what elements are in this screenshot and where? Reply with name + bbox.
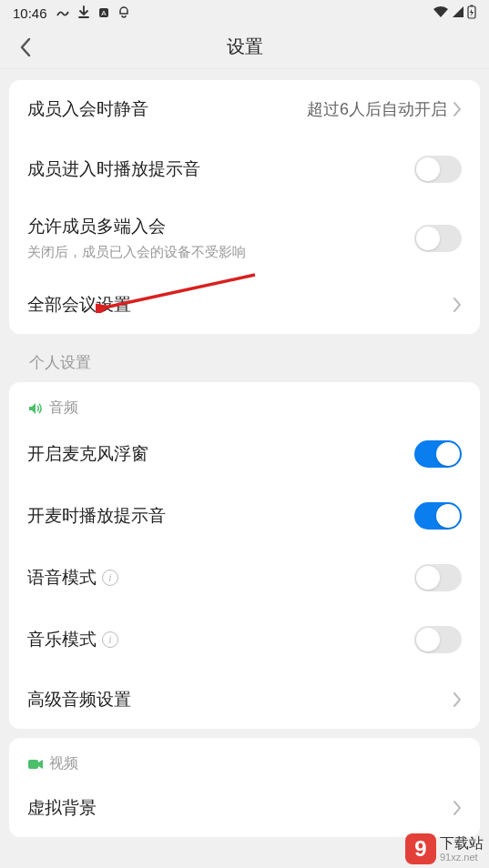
play-sound-label: 成员进入时播放提示音: [27, 157, 200, 181]
info-icon[interactable]: i: [102, 570, 118, 586]
wave-icon: [56, 5, 69, 21]
mic-sound-row: 开麦时播放提示音: [9, 485, 480, 547]
watermark: 9 下载站 91xz.net: [405, 833, 484, 864]
voice-mode-row: 语音模式 i: [9, 547, 480, 609]
svg-rect-4: [28, 760, 38, 769]
wifi-icon: [433, 5, 449, 21]
audio-card: 音频 开启麦克风浮窗 开麦时播放提示音 语音模式 i 音乐模式 i 高级音频设: [9, 382, 480, 729]
audio-header-label: 音频: [49, 399, 78, 418]
watermark-badge: 9: [405, 833, 436, 864]
status-left: 10:46 A: [13, 5, 129, 21]
advanced-audio-label: 高级音频设置: [27, 688, 131, 712]
mute-on-join-value: 超过6人后自动开启: [307, 98, 447, 120]
video-section-header: 视频: [9, 738, 480, 779]
notify-icon: [118, 5, 129, 21]
personal-settings-header: 个人设置: [9, 343, 480, 382]
all-meeting-settings-row[interactable]: 全部会议设置: [9, 276, 480, 334]
video-header-label: 视频: [49, 754, 78, 773]
content-area: 成员入会时静音 超过6人后自动开启 成员进入时播放提示音 允许成员多端入会 关闭…: [0, 69, 489, 837]
mic-sound-toggle[interactable]: [414, 502, 462, 530]
video-card: 视频 虚拟背景: [9, 738, 480, 837]
voice-mode-toggle[interactable]: [414, 564, 462, 591]
mute-on-join-row[interactable]: 成员入会时静音 超过6人后自动开启: [9, 80, 480, 138]
multi-device-toggle[interactable]: [414, 225, 462, 252]
mic-float-label: 开启麦克风浮窗: [27, 442, 148, 466]
watermark-url: 91xz.net: [440, 852, 484, 863]
nav-title: 设置: [227, 35, 263, 59]
status-bar: 10:46 A: [0, 0, 489, 25]
battery-icon: [467, 5, 476, 22]
music-mode-toggle[interactable]: [414, 626, 462, 653]
svg-text:A: A: [101, 9, 107, 17]
back-button[interactable]: [15, 36, 36, 58]
download-icon: [78, 5, 89, 21]
all-meeting-settings-label: 全部会议设置: [27, 293, 131, 317]
audio-section-header: 音频: [9, 382, 480, 423]
meeting-card: 成员入会时静音 超过6人后自动开启 成员进入时播放提示音 允许成员多端入会 关闭…: [9, 80, 480, 334]
chevron-right-icon: [453, 800, 462, 816]
chevron-right-icon: [453, 691, 462, 708]
chevron-right-icon: [453, 101, 462, 117]
speaker-icon: [27, 400, 44, 417]
video-icon: [27, 756, 44, 772]
app-icon: A: [98, 5, 109, 21]
nav-header: 设置: [0, 25, 489, 69]
advanced-audio-row[interactable]: 高级音频设置: [9, 671, 480, 729]
play-sound-toggle[interactable]: [414, 156, 462, 183]
multi-device-row: 允许成员多端入会 关闭后，成员已入会的设备不受影响: [9, 200, 480, 276]
status-right: [433, 5, 476, 22]
mic-sound-label: 开麦时播放提示音: [27, 504, 166, 528]
svg-rect-3: [471, 5, 474, 6]
info-icon[interactable]: i: [102, 631, 118, 648]
virtual-bg-row[interactable]: 虚拟背景: [9, 779, 480, 837]
chevron-right-icon: [453, 297, 462, 313]
mic-float-row: 开启麦克风浮窗: [9, 423, 480, 485]
chevron-left-icon: [19, 37, 32, 57]
watermark-cn: 下载站: [440, 835, 484, 852]
virtual-bg-label: 虚拟背景: [27, 796, 97, 820]
multi-device-sub: 关闭后，成员已入会的设备不受影响: [27, 244, 414, 261]
mic-float-toggle[interactable]: [414, 440, 462, 468]
status-time: 10:46: [13, 5, 47, 21]
play-sound-row: 成员进入时播放提示音: [9, 138, 480, 200]
multi-device-label: 允许成员多端入会: [27, 215, 414, 238]
music-mode-label: 音乐模式: [27, 628, 97, 651]
music-mode-row: 音乐模式 i: [9, 609, 480, 671]
voice-mode-label: 语音模式: [27, 566, 97, 590]
mute-on-join-label: 成员入会时静音: [27, 97, 148, 121]
signal-icon: [452, 5, 464, 21]
